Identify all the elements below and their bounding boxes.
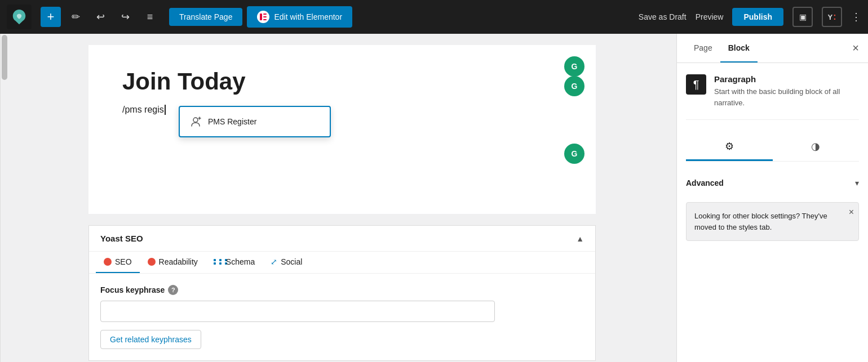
editor-area: G Join Today PMS Register [8, 34, 676, 362]
autocomplete-item-label: PMS Register [208, 117, 256, 126]
advanced-chevron-icon: ▾ [855, 178, 859, 187]
svg-rect-1 [263, 14, 267, 15]
yoast-header: Yoast SEO ▲ [89, 226, 595, 252]
panel-body: ¶ Paragraph Start with the basic buildin… [677, 63, 868, 362]
editor-content: G Join Today PMS Register [88, 45, 596, 214]
info-box: Looking for other block settings? They'v… [686, 202, 859, 241]
yoast-section-title: Yoast SEO [100, 234, 143, 243]
grammarly-icon-top: G [564, 56, 584, 77]
toolbar: + ✏ ↩ ↪ ≡ Translate Page Edit with Eleme… [0, 0, 868, 34]
close-panel-button[interactable]: × [852, 42, 859, 55]
right-panel: Page Block × ¶ Paragraph Start with the … [676, 34, 868, 362]
tab-social[interactable]: ⤢ Social [263, 252, 310, 273]
advanced-section[interactable]: Advanced ▾ [686, 173, 859, 193]
redo-button[interactable]: ↪ [115, 7, 135, 27]
focus-keyphrase-input[interactable] [100, 301, 495, 322]
block-info-text: Paragraph Start with the basic building … [714, 74, 859, 108]
grammarly-icon-mid: G [564, 76, 584, 96]
paragraph-block-icon: ¶ [686, 74, 706, 95]
grammarly-icon-bottom: G [564, 144, 584, 164]
autocomplete-dropdown: PMS Register [179, 106, 331, 137]
settings-tab-button[interactable]: ⚙ [686, 133, 773, 161]
info-box-close-button[interactable]: × [849, 207, 854, 217]
yoast-tabs: SEO Readability Schema ⤢ Social [89, 252, 595, 274]
block-title: Paragraph [714, 74, 859, 84]
readability-dot [148, 258, 156, 266]
tab-page[interactable]: Page [686, 34, 720, 62]
get-related-keyphrases-button[interactable]: Get related keyphrases [100, 330, 201, 349]
svg-rect-0 [260, 14, 262, 20]
tab-schema[interactable]: Schema [206, 252, 263, 273]
panel-icon-row: ⚙ ◑ [686, 133, 859, 162]
pms-register-icon [189, 115, 202, 128]
social-share-icon: ⤢ [271, 257, 277, 266]
seo-dot [104, 258, 112, 266]
save-draft-button[interactable]: Save as Draft [639, 12, 687, 21]
focus-keyphrase-label: Focus keyphrase ? [100, 285, 584, 295]
yoast-collapse-button[interactable]: ▲ [576, 234, 584, 243]
add-block-button[interactable]: + [41, 7, 61, 27]
text-cursor [165, 105, 166, 115]
settings-icon: ⚙ [725, 140, 734, 153]
toolbar-right: Save as Draft Preview Publish ▣ Y: ⋮ [639, 7, 861, 27]
yoast-body: Focus keyphrase ? Get related keyphrases [89, 274, 595, 360]
yoast-section: Yoast SEO ▲ SEO Readability Sche [88, 225, 596, 361]
more-options-button[interactable]: ⋮ [851, 11, 861, 23]
elementor-icon [257, 11, 269, 23]
help-icon[interactable]: ? [168, 285, 178, 295]
editor-title[interactable]: Join Today [122, 68, 562, 96]
scrollbar-thumb[interactable] [2, 35, 7, 80]
tab-readability[interactable]: Readability [140, 252, 206, 273]
toggle-sidebar-button[interactable]: ▣ [792, 7, 813, 27]
edit-tools-button[interactable]: ✏ [65, 7, 86, 27]
preview-button[interactable]: Preview [696, 12, 724, 21]
svg-point-4 [193, 118, 198, 122]
svg-rect-2 [263, 16, 267, 17]
tab-seo[interactable]: SEO [96, 252, 140, 273]
styles-tab-button[interactable]: ◑ [773, 133, 860, 161]
site-logo [7, 5, 32, 29]
scrollbar-track[interactable] [0, 34, 8, 362]
autocomplete-item[interactable]: PMS Register [182, 110, 327, 133]
list-view-button[interactable]: ≡ [140, 7, 160, 27]
styles-icon: ◑ [811, 140, 820, 153]
info-box-text: Looking for other block settings? They'v… [694, 211, 851, 233]
translate-page-button[interactable]: Translate Page [169, 8, 242, 26]
block-description: Start with the basic building block of a… [714, 86, 859, 108]
undo-button[interactable]: ↩ [90, 7, 110, 27]
svg-rect-3 [263, 19, 267, 20]
publish-button[interactable]: Publish [732, 8, 783, 26]
advanced-label: Advanced [686, 178, 724, 187]
block-info: ¶ Paragraph Start with the basic buildin… [686, 74, 859, 120]
main-layout: G Join Today PMS Register [0, 34, 868, 362]
schema-grid-icon [214, 259, 223, 265]
panel-header: Page Block × [677, 34, 868, 63]
yoast-button[interactable]: Y: [822, 7, 842, 27]
tab-block[interactable]: Block [720, 34, 758, 62]
edit-elementor-button[interactable]: Edit with Elementor [247, 6, 352, 28]
